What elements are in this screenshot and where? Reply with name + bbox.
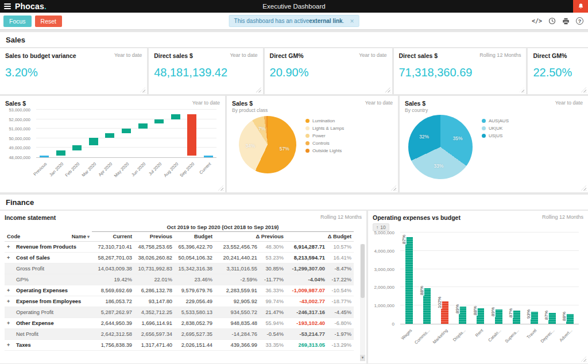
income-row[interactable]: Gross Profit14,043,009.3810,731,992.8315… [5, 264, 354, 274]
income-row[interactable]: +Expense from Employees186,053.7293,147.… [5, 296, 354, 307]
resize-handle-icon[interactable] [218, 185, 223, 191]
banner-text-suffix: . [343, 18, 345, 24]
y-axis-label: 0 [392, 322, 394, 327]
alerts-button[interactable] [573, 0, 588, 13]
history-icon[interactable] [548, 17, 556, 25]
code-cell: + [5, 296, 14, 307]
code-cell: + [5, 253, 14, 264]
legend-item[interactable]: AUS|AUS [482, 118, 509, 123]
external-link[interactable]: external link [309, 18, 342, 24]
resize-handle-icon[interactable] [581, 87, 586, 92]
waterfall-bar-decrease[interactable] [187, 114, 196, 156]
kpi-direct-gm-ytd[interactable]: Direct GM%Year to date 20.90% [265, 48, 392, 94]
help-icon[interactable]: ? [576, 17, 583, 25]
banner-close-icon[interactable]: × [350, 19, 354, 24]
legend-item[interactable]: Lights & Lamps [305, 126, 344, 131]
income-row[interactable]: +Other Expense2,644,950.391,696,114.912,… [5, 318, 354, 329]
legend-item[interactable]: Lumination [305, 118, 344, 123]
resize-handle-icon[interactable] [140, 87, 145, 92]
bar-wages[interactable] [405, 237, 413, 324]
bar-catalo[interactable] [495, 309, 502, 324]
waterfall-bar-increase[interactable] [72, 145, 82, 150]
bar-supera[interactable] [513, 311, 520, 324]
bar-travel[interactable] [531, 312, 538, 324]
bar-displa[interactable] [459, 307, 466, 324]
resize-handle-icon[interactable] [256, 87, 261, 92]
table-scrollbar[interactable]: ▾ [360, 244, 365, 361]
expand-icon[interactable]: + [7, 320, 10, 326]
waterfall-bar-increase[interactable] [171, 114, 180, 119]
focus-button[interactable]: Focus [3, 16, 32, 27]
bar-advert[interactable] [566, 314, 574, 324]
column-header-budget[interactable]: Budget [175, 232, 215, 242]
resize-handle-icon[interactable] [391, 185, 396, 191]
column-header-name[interactable]: Name▾ [14, 232, 92, 242]
income-row[interactable]: Net Profit2,642,312.582,656,597.342,695,… [5, 329, 354, 340]
waterfall-bar-increase[interactable] [154, 119, 164, 123]
waterfall-bar-increase[interactable] [122, 129, 131, 133]
value-cell: -1.97% [327, 329, 354, 340]
country-pie[interactable]: 35%33%32% [408, 115, 473, 179]
expand-icon[interactable]: + [7, 288, 10, 293]
column-header-current[interactable]: Current [92, 232, 134, 242]
column-header-code[interactable]: Code [5, 232, 14, 242]
scroll-down-icon[interactable]: ▾ [360, 355, 365, 361]
pie-legend: AUS|AUSUK|UKUS|US [482, 118, 509, 138]
scrollbar-thumb[interactable] [361, 244, 365, 298]
kpi-label: Direct GM% [533, 52, 567, 59]
value-cell: 55.94% [260, 318, 286, 329]
kpi-sales-to-budget-variance[interactable]: Sales to budget varianceYear to date 3.2… [0, 48, 147, 94]
product-class-pie[interactable]: 57%34%7% [239, 116, 296, 173]
bar-deprec[interactable] [548, 313, 556, 324]
kpi-direct-sales-rolling12[interactable]: Direct sales $Rolling 12 Months 71,318,3… [394, 48, 527, 94]
resize-handle-icon[interactable] [581, 357, 586, 362]
bar-marketing[interactable] [441, 301, 448, 324]
resize-handle-icon[interactable] [581, 185, 586, 191]
expand-icon[interactable]: + [7, 244, 10, 250]
resize-handle-icon[interactable] [519, 87, 524, 92]
kpi-direct-gm-rolling12[interactable]: Direct GM% 22.50% [528, 48, 588, 94]
legend-item[interactable]: Power [305, 133, 344, 138]
column-header-previous[interactable]: Previous [134, 232, 175, 242]
waterfall-bar-increase[interactable] [105, 133, 114, 138]
phocas-logo[interactable]: Phocas. [15, 2, 47, 11]
bar-rent[interactable] [477, 308, 484, 324]
sort-icon[interactable]: ▾ [87, 234, 90, 239]
income-row[interactable]: Operating Profit5,287,262.974,352,712.25… [5, 307, 354, 318]
legend-label: Power [312, 133, 326, 138]
resize-handle-icon[interactable] [385, 87, 390, 92]
income-row[interactable]: +Revenue from Products72,310,710.4148,75… [5, 242, 354, 253]
value-cell: 38,026,260.82 [134, 253, 175, 264]
pie-slice-label: 34% [246, 143, 256, 149]
expand-icon[interactable]: + [7, 255, 10, 261]
waterfall-bar-increase[interactable] [56, 150, 65, 156]
income-row[interactable]: GP%19.42%22.01%23.46%-2.59%-11.77%-4.04%… [5, 274, 354, 285]
menu-icon[interactable] [0, 0, 15, 13]
chart-title: Sales $ [5, 100, 26, 107]
legend-item[interactable]: Controls [305, 141, 344, 146]
legend-item[interactable]: UK|UK [482, 126, 509, 131]
kpi-direct-sales-ytd[interactable]: Direct sales $Year to date 48,181,139.42 [149, 48, 262, 94]
waterfall-bar-total[interactable] [204, 156, 213, 157]
chart-period: Year to date [555, 100, 583, 106]
income-row[interactable]: +Cost of Sales58,267,701.0338,026,260.82… [5, 253, 354, 264]
y-axis-label: 49,000,000 [9, 145, 30, 150]
waterfall-bar-increase[interactable] [89, 138, 98, 145]
waterfall-bar-total[interactable] [40, 156, 49, 157]
account-name: Revenue from Products [14, 242, 92, 253]
waterfall-bar-increase[interactable] [138, 123, 148, 129]
legend-item[interactable]: Outside Lights [305, 148, 344, 153]
value-cell: -13.29% [327, 340, 354, 351]
legend-item[interactable]: US|US [482, 133, 509, 138]
bar-commis[interactable] [423, 288, 431, 324]
expand-icon[interactable]: + [7, 342, 10, 348]
embed-code-icon[interactable]: </> [532, 18, 542, 24]
income-row[interactable]: +Operating Expenses8,569,692.696,286,132… [5, 285, 354, 296]
reset-button[interactable]: Reset [35, 16, 62, 27]
print-icon[interactable] [562, 18, 570, 25]
column-header-delta-previous[interactable]: Δ Previous [215, 232, 286, 242]
income-row[interactable]: +Taxes1,756,838.391,317,471.402,026,151.… [5, 340, 354, 351]
value-cell: 48,758,253.65 [134, 242, 175, 253]
expand-icon[interactable]: + [7, 299, 10, 304]
column-header-delta-budget[interactable]: Δ Budget [286, 232, 354, 242]
